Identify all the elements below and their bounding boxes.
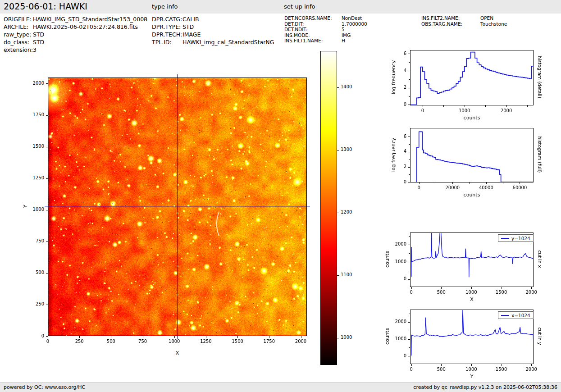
- cut-in-x-y-tick-label: 2000: [388, 242, 406, 246]
- histogram-full-x-tick-label: 40000: [473, 185, 500, 190]
- cut-in-x-x-tick-label: 1000: [458, 290, 485, 295]
- setup-info-label: DET.NDIT:: [284, 27, 307, 32]
- setup-info-value: OPEN: [480, 15, 493, 21]
- type-info-heading: type info: [152, 3, 178, 10]
- cut-in-y-x-tick-label: 1500: [488, 367, 515, 372]
- colorbar-tick-label: 1200: [341, 210, 359, 214]
- setup-info-value: Touchstone: [480, 21, 507, 27]
- file-info-value: HAWKI.2025-06-02T05:27:24.816.fits: [33, 23, 138, 30]
- setup-info-label: INS.FILT2.NAME:: [421, 15, 460, 21]
- file-info-label: raw_type:: [4, 31, 31, 38]
- image-y-tick-label: 1250: [26, 175, 44, 180]
- legend-line-sample: [501, 315, 509, 316]
- file-info-label: ORIGFILE:: [4, 16, 32, 23]
- cut-in-x-x-tick-label: 1500: [488, 290, 515, 295]
- image-x-tick-label: 2000: [287, 339, 315, 344]
- histogram-full-x-tick-label: 0: [406, 185, 433, 190]
- cut-in-x-legend: y=1024: [498, 234, 534, 242]
- cut-in-y-legend: x=1024: [498, 311, 534, 319]
- image-y-tick-label: 0: [26, 333, 44, 338]
- cut-in-y-x-tick-label: 1000: [458, 367, 485, 372]
- cut-in-x-y-tick-label: 1000: [388, 259, 406, 264]
- colorbar-tick: [337, 87, 339, 88]
- file-info-value: STD: [33, 31, 44, 38]
- setup-info-label: DET.DIT:: [284, 21, 304, 27]
- image-x-tick-label: 1000: [161, 339, 188, 344]
- legend-label: y=1024: [511, 236, 530, 241]
- legend-line-sample: [501, 238, 509, 239]
- cut-in-y-y-tick-label: 0: [388, 353, 406, 358]
- header-bar: 2025-06-01: HAWKI type info set-up info: [0, 0, 561, 14]
- type-info-label: DPR.TECH:: [152, 31, 182, 38]
- file-info-value: 3: [33, 46, 36, 53]
- type-info-label: DPR.TYPE:: [152, 23, 181, 30]
- setup-info-label: DET.NCORRS.NAME:: [284, 15, 332, 21]
- histogram-detail-plot-canvas: [404, 44, 540, 112]
- histogram-detail-x-tick-label: 1000: [451, 108, 478, 113]
- image-y-tick-label: 250: [26, 301, 44, 306]
- footer-right-text: created by qc_rawdisp.py v1.2.3 on 2025-…: [413, 384, 557, 390]
- colorbar-tick-label: 1400: [341, 84, 359, 89]
- setup-info-value: 5: [342, 27, 345, 32]
- image-y-tick-label: 750: [26, 238, 44, 243]
- cut-in-x-y-tick-label: 0: [388, 276, 406, 281]
- setup-info-value: H: [342, 38, 345, 43]
- file-info-label: do_class:: [4, 39, 29, 46]
- file-info-value: HAWKI_IMG_STD_StandardStar153_0008: [33, 16, 147, 23]
- image-x-tick-label: 1500: [224, 339, 251, 344]
- cut-in-x-x-tick-label: 0: [398, 290, 425, 295]
- page-title: 2025-06-01: HAWKI: [4, 1, 87, 11]
- setup-info-heading: set-up info: [284, 3, 315, 10]
- cut-in-y-x-tick-label: 500: [428, 367, 455, 372]
- image-y-tick-label: 2000: [26, 81, 44, 86]
- histogram-detail-y-axis-label: log frequency: [391, 46, 397, 109]
- histogram-full-x-tick-label: 60000: [506, 185, 533, 190]
- histogram-full-plot-canvas: [404, 122, 540, 189]
- type-info-label: TPL.ID:: [152, 39, 172, 46]
- cut-in-y-y-tick-label: 1000: [388, 336, 406, 341]
- colorbar-tick-label: 1300: [341, 147, 359, 152]
- image-x-tick-label: 1250: [192, 339, 219, 344]
- image-y-axis-label: Y: [23, 175, 28, 238]
- type-info-label: DPR.CATG:: [152, 16, 182, 23]
- footer-left-text: powered by QC: www.eso.org/HC: [4, 384, 85, 390]
- colorbar-gradient: [320, 51, 337, 365]
- histogram-full-x-tick-label: 20000: [439, 185, 466, 190]
- colorbar-tick: [337, 213, 339, 213]
- cut-in-y-x-tick-label: 0: [398, 367, 425, 372]
- setup-info-label: INS.FILT1.NAME:: [284, 38, 323, 43]
- colorbar-tick: [337, 275, 339, 276]
- cut-in-y-y-tick-label: 2000: [388, 319, 406, 324]
- image-y-tick-label: 1750: [26, 112, 44, 117]
- file-info-label: ARCFILE:: [4, 23, 28, 30]
- image-y-tick-label: 1500: [26, 144, 44, 149]
- image-x-tick-label: 0: [34, 339, 61, 344]
- histogram-detail-x-tick-label: 2000: [493, 108, 520, 113]
- cut-in-x-x-tick-label: 500: [428, 290, 455, 295]
- qc-report-page: 2025-06-01: HAWKI type info set-up info …: [0, 0, 561, 392]
- image-y-tick-label: 500: [26, 270, 44, 275]
- image-x-tick-label: 250: [66, 339, 93, 344]
- setup-info-value: NonDest: [342, 15, 362, 21]
- type-info-value: IMAGE: [182, 31, 201, 38]
- file-info-label: extension:: [4, 46, 33, 53]
- detector-image-canvas: [44, 74, 310, 340]
- type-info-value: HAWKI_img_cal_StandardStarNG: [182, 39, 274, 46]
- legend-label: x=1024: [511, 313, 530, 318]
- colorbar-tick-label: 1100: [341, 272, 359, 277]
- colorbar-tick: [337, 338, 339, 338]
- type-info-value: STD: [182, 23, 194, 30]
- image-x-tick-label: 500: [97, 339, 124, 344]
- footer-bar: powered by QC: www.eso.org/HC created by…: [0, 382, 561, 392]
- histogram-full-x-axis-label: counts: [454, 192, 490, 198]
- setup-info-label: INS.MODE:: [284, 32, 310, 38]
- cut-in-x-side-label: cut in x: [537, 228, 543, 291]
- histogram-detail-side-label: histogram (detail): [537, 46, 543, 109]
- histogram-detail-x-axis-label: counts: [454, 115, 490, 121]
- setup-info-label: OBS.TARG.NAME:: [421, 21, 462, 27]
- histogram-detail-x-tick-label: 0: [409, 108, 436, 113]
- type-info-value: CALIB: [182, 16, 199, 23]
- cut-in-y-y-axis-label: counts: [384, 305, 390, 368]
- image-x-tick-label: 1750: [255, 339, 283, 344]
- histogram-full-y-axis-label: log frequency: [391, 123, 397, 186]
